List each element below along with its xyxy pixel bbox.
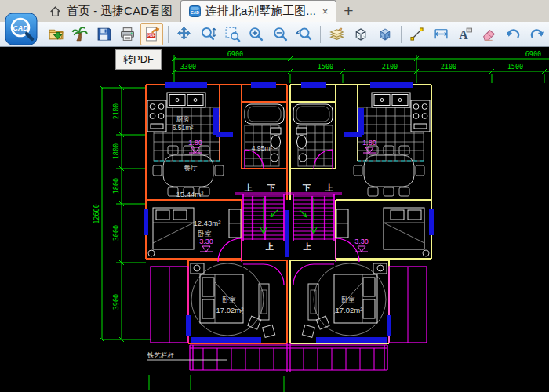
- measure-distance-button[interactable]: [430, 23, 453, 45]
- zoom-out-icon: [272, 26, 289, 42]
- zoom-dynamic-icon: [200, 26, 216, 42]
- svg-text:3.30: 3.30: [199, 238, 213, 245]
- study-area: 12.43m²: [194, 219, 221, 227]
- svg-text:CAD: CAD: [191, 10, 199, 15]
- pdf-tooltip: 转PDF: [115, 49, 162, 70]
- svg-text:1800: 1800: [112, 178, 120, 194]
- unit-right: [289, 82, 434, 372]
- svg-text:上: 上: [244, 183, 253, 192]
- cad-file-icon: CAD: [189, 5, 201, 17]
- railing-note: 铁艺栏杆: [147, 351, 227, 360]
- sample-drawings-button[interactable]: [69, 23, 92, 45]
- zoom-previous-icon: [296, 26, 312, 42]
- home-icon: [49, 5, 62, 18]
- measure-line-button[interactable]: [406, 23, 429, 45]
- svg-text:2100: 2100: [112, 103, 120, 119]
- kitchen-area: 6.51m²: [173, 124, 194, 132]
- zoom-previous-button[interactable]: [293, 23, 315, 45]
- text-annotation-button[interactable]: A: [454, 23, 477, 45]
- floor-plan: 6900 6900 3300 1500 2100 2100 1500 12600…: [0, 47, 549, 392]
- svg-text:下: 下: [267, 183, 275, 192]
- zoom-window-button[interactable]: [221, 23, 244, 45]
- toolbar-separator: [401, 26, 402, 43]
- svg-text:铁艺栏杆: 铁艺栏杆: [147, 351, 175, 359]
- tab-bar: 首页 - 迅捷CAD看图 CAD 连排北a别墅施工图... × +: [0, 0, 549, 23]
- wireframe-cube-icon: [352, 26, 369, 42]
- pan-arrows-icon: [176, 26, 192, 42]
- text-tool-icon: A: [456, 26, 473, 42]
- dimension-labels: 6900 6900 3300 1500 2100 2100 1500 12600…: [93, 50, 541, 310]
- view-wireframe-button[interactable]: [350, 23, 373, 45]
- layers-button[interactable]: [325, 23, 348, 45]
- toolbar: PDF: [0, 22, 549, 47]
- tab-document-label: 连排北a别墅施工图...: [205, 4, 316, 19]
- svg-text:3900: 3900: [112, 294, 120, 310]
- palm-tree-icon: [71, 26, 88, 42]
- save-button[interactable]: [93, 23, 115, 45]
- kitchen-label: 厨房: [176, 115, 190, 123]
- eraser-button[interactable]: [478, 23, 500, 45]
- toolbar-separator: [168, 26, 169, 43]
- master-label: 卧室: [223, 296, 237, 303]
- svg-text:3.30: 3.30: [354, 238, 369, 245]
- svg-text:上: 上: [303, 242, 311, 251]
- logo-text: CAD: [13, 24, 28, 32]
- svg-text:2100: 2100: [441, 63, 456, 71]
- dining-label: 餐厅: [184, 164, 198, 172]
- toolbar-separator: [320, 26, 321, 43]
- study-label: 卧室: [198, 230, 213, 238]
- save-floppy-icon: [96, 26, 112, 42]
- svg-text:上: 上: [325, 183, 333, 192]
- svg-text:2100: 2100: [382, 63, 398, 71]
- open-file-button[interactable]: [45, 23, 67, 45]
- view-shaded-button[interactable]: [373, 23, 396, 45]
- redo-arrow-icon: [529, 26, 545, 42]
- print-button[interactable]: [117, 23, 140, 45]
- zoom-in-button[interactable]: [245, 23, 267, 45]
- svg-text:PDF: PDF: [147, 34, 155, 38]
- svg-text:1.80: 1.80: [362, 139, 376, 147]
- pdf-icon: PDF: [144, 26, 160, 42]
- layers-icon: [329, 26, 345, 42]
- master-label-right: 卧室: [342, 296, 356, 303]
- zoom-dynamic-button[interactable]: [197, 23, 220, 45]
- master-area-right: 17.02m²: [336, 306, 363, 314]
- shaded-cube-icon: [376, 26, 393, 42]
- eraser-icon: [481, 26, 497, 42]
- svg-text:3000: 3000: [112, 225, 120, 241]
- zoom-in-icon: [248, 26, 264, 42]
- dim-total-right: 6900: [525, 50, 541, 58]
- zoom-window-icon: [224, 26, 241, 42]
- zoom-out-button[interactable]: [269, 23, 292, 45]
- tab-close-icon[interactable]: ×: [322, 5, 329, 17]
- redo-button[interactable]: [525, 23, 548, 45]
- master-area: 17.02m²: [216, 306, 244, 314]
- drawing-canvas[interactable]: 转PDF: [0, 47, 549, 392]
- tab-home-label: 首页 - 迅捷CAD看图: [67, 4, 173, 19]
- stair-center-wall: [285, 210, 289, 257]
- export-pdf-button[interactable]: PDF: [140, 23, 163, 45]
- undo-button[interactable]: [502, 23, 525, 45]
- tab-home[interactable]: 首页 - 迅捷CAD看图: [41, 0, 180, 22]
- new-tab-button[interactable]: +: [336, 0, 360, 22]
- undo-arrow-icon: [505, 26, 522, 42]
- printer-icon: [119, 26, 136, 42]
- svg-text:上: 上: [265, 242, 274, 251]
- bath-area: 4.95m²: [252, 144, 273, 152]
- svg-text:下: 下: [302, 183, 311, 192]
- line-tool-icon: [409, 26, 425, 42]
- dining-area: 15.44m²: [176, 190, 204, 198]
- svg-text:1500: 1500: [318, 63, 333, 71]
- svg-text:1.80: 1.80: [188, 139, 202, 147]
- tab-document[interactable]: CAD 连排北a别墅施工图... ×: [180, 0, 336, 22]
- app-logo: CAD: [5, 13, 38, 45]
- app-window: CAD 首页 - 迅捷CAD看图 CAD 连排北a别墅施工图... × +: [0, 0, 549, 392]
- pan-button[interactable]: [173, 23, 196, 45]
- svg-text:3300: 3300: [180, 63, 196, 71]
- dim-total-left: 6900: [227, 50, 243, 58]
- measure-distance-icon: [433, 26, 449, 42]
- svg-text:1500: 1500: [507, 63, 523, 71]
- svg-text:12600: 12600: [93, 204, 100, 224]
- svg-text:1800: 1800: [112, 143, 120, 159]
- open-folder-icon: [48, 26, 64, 42]
